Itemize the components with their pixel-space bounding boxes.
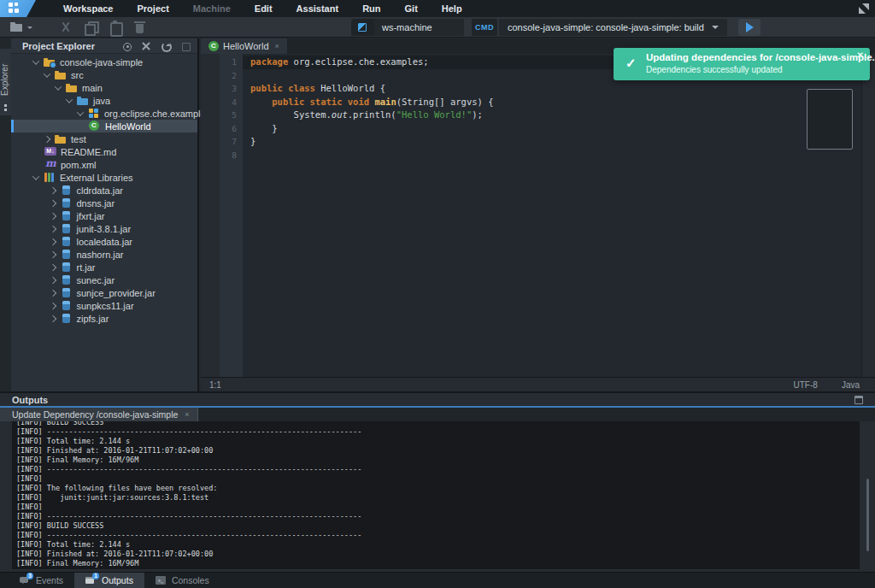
menu-project[interactable]: Project	[126, 0, 181, 17]
bottom-tab-outputs[interactable]: 1Outputs	[74, 573, 144, 588]
chevron-down-icon[interactable]	[66, 96, 73, 103]
console-line: [INFO] Final Memory: 16M/96M	[16, 456, 860, 465]
toast-close-icon[interactable]: ✕	[857, 50, 864, 60]
editor-tab-helloworld[interactable]: HelloWorld ×	[201, 38, 287, 54]
chevron-down-icon[interactable]	[44, 70, 50, 77]
new-project-icon[interactable]	[10, 21, 32, 34]
chevron-right-icon[interactable]	[49, 212, 56, 219]
tree-item-nashorn-jar[interactable]: nashorn.jar	[11, 248, 197, 261]
toolbar-right: ws-machine CMD console-java-simple: cons…	[351, 19, 760, 36]
outputs-tab-update-dependency[interactable]: Update Dependency /console-java-simple ×	[0, 408, 197, 421]
editor: HelloWorld × 12345678 package org.eclips…	[201, 38, 875, 391]
chevron-right-icon[interactable]	[49, 199, 56, 206]
folder-icon	[55, 133, 67, 144]
chevron-down-icon[interactable]	[32, 57, 39, 64]
menu-workspace[interactable]: Workspace	[51, 0, 126, 17]
code-line[interactable]: System.out.println("Hello World!");	[243, 109, 861, 122]
chevron-right-icon[interactable]	[49, 263, 56, 270]
chevron-right-icon[interactable]	[44, 135, 50, 142]
jar-icon	[61, 197, 73, 209]
collapse-all-icon[interactable]	[141, 41, 151, 51]
expand-icon[interactable]	[859, 3, 869, 14]
refresh-icon[interactable]	[161, 41, 171, 51]
line-number: 8	[220, 149, 237, 162]
tree-item-pom-xml[interactable]: pom.xml	[11, 158, 197, 171]
tree-item-helloworld[interactable]: HelloWorld	[11, 120, 197, 132]
cut-icon[interactable]	[59, 21, 73, 34]
command-selector[interactable]: console-java-simple: console-java-simple…	[499, 19, 727, 36]
tree-item-java[interactable]: java	[11, 94, 197, 107]
maximize-icon[interactable]	[854, 396, 863, 404]
chevron-right-icon[interactable]	[49, 225, 56, 232]
tree-item-sunpkcs11-jar[interactable]: sunpkcs11.jar	[11, 299, 197, 312]
menu-assistant[interactable]: Assistant	[285, 0, 351, 17]
chevron-right-icon[interactable]	[49, 302, 56, 309]
console-scrollbar-thumb[interactable]	[866, 479, 869, 551]
jar-icon	[61, 249, 73, 260]
tree-item-dnsns-jar[interactable]: dnsns.jar	[11, 197, 197, 209]
bottom-tab-events[interactable]: 3Events	[9, 573, 74, 588]
chevron-down-icon[interactable]	[55, 83, 62, 90]
tree-item-readme-md[interactable]: README.md	[11, 145, 197, 158]
chevron-right-icon[interactable]	[49, 289, 56, 296]
che-logo	[0, 0, 36, 17]
close-icon[interactable]: ×	[275, 43, 279, 50]
code-line[interactable]: public class HelloWorld {	[243, 82, 861, 96]
explorer-side-tab-label: Explorer	[0, 54, 11, 105]
tree-item-sunjce-provider-jar[interactable]: sunjce_provider.jar	[11, 286, 197, 299]
close-icon[interactable]: ×	[185, 410, 189, 419]
tree-item-test[interactable]: test	[11, 132, 197, 145]
tree-item-console-java-simple[interactable]: console-java-simple	[11, 56, 197, 68]
chevron-down-icon[interactable]	[32, 173, 39, 179]
toast-message: Dependencies successfully updated	[646, 65, 783, 74]
chevron-right-icon[interactable]	[49, 250, 56, 257]
tree-item-main[interactable]: main	[11, 81, 197, 94]
locate-icon[interactable]	[121, 41, 132, 51]
paste-icon[interactable]	[109, 21, 122, 34]
menu-edit[interactable]: Edit	[243, 0, 285, 17]
menu-run[interactable]: Run	[350, 0, 392, 17]
bottom-tab-consoles[interactable]: Consoles	[144, 573, 220, 588]
menu-help[interactable]: Help	[430, 0, 474, 17]
code-line[interactable]: public static void main(String[] argvs) …	[243, 96, 861, 109]
tree-item-zipfs-jar[interactable]: zipfs.jar	[11, 312, 197, 325]
link-icon[interactable]	[180, 41, 191, 51]
tree-item-sunec-jar[interactable]: sunec.jar	[11, 273, 197, 286]
bottom-tab-bar: 3Events1OutputsConsoles	[0, 572, 875, 588]
menu-bar: WorkspaceProjectMachineEditAssistantRunG…	[0, 0, 875, 17]
machine-selector[interactable]: ws-machine	[374, 19, 464, 36]
chevron-down-icon[interactable]	[77, 109, 84, 115]
chevron-right-icon[interactable]	[49, 315, 56, 321]
delete-icon[interactable]	[133, 21, 147, 34]
jar-icon	[61, 210, 73, 221]
code-line[interactable]	[243, 149, 861, 162]
console-output[interactable]: [INFO] BUILD SUCCESS[INFO] -------------…	[12, 421, 860, 569]
code-line[interactable]: }	[243, 135, 861, 149]
editor-scrollbar-track[interactable]	[861, 54, 875, 377]
code-line[interactable]: }	[243, 122, 861, 136]
menu-git[interactable]: Git	[393, 0, 430, 17]
breakpoint-ruler[interactable]	[201, 54, 220, 377]
copy-icon[interactable]	[84, 21, 97, 34]
chevron-right-icon[interactable]	[49, 276, 56, 283]
tree-item-org-eclipse-che-examples[interactable]: org.eclipse.che.examples	[11, 107, 197, 120]
menu-machine[interactable]: Machine	[181, 0, 243, 17]
chevron-right-icon[interactable]	[49, 238, 56, 244]
explorer-side-tab[interactable]: Explorer	[0, 49, 11, 115]
chevron-right-icon[interactable]	[49, 186, 56, 193]
tree-item-src[interactable]: src	[11, 68, 197, 81]
tree-item-junit-3-8-1-jar[interactable]: junit-3.8.1.jar	[11, 222, 197, 235]
tree-item-cldrdata-jar[interactable]: cldrdata.jar	[11, 184, 197, 197]
line-number: 5	[220, 109, 237, 122]
code-area[interactable]: 12345678 package org.eclipse.che.example…	[201, 54, 875, 377]
tree-item-rt-jar[interactable]: rt.jar	[11, 261, 197, 273]
events-icon: 3	[20, 576, 31, 585]
code-lines[interactable]: package org.eclipse.che.examples; public…	[243, 54, 861, 377]
pom-icon	[44, 159, 56, 170]
editor-scrollbar-thumb[interactable]	[807, 89, 853, 150]
run-command-button[interactable]	[738, 19, 760, 36]
tree-item-jfxrt-jar[interactable]: jfxrt.jar	[11, 209, 197, 222]
tree-item-external-libraries[interactable]: External Libraries	[11, 171, 197, 184]
tree-item-localedata-jar[interactable]: localedata.jar	[11, 235, 197, 248]
machine-cube-icon[interactable]	[351, 19, 374, 36]
